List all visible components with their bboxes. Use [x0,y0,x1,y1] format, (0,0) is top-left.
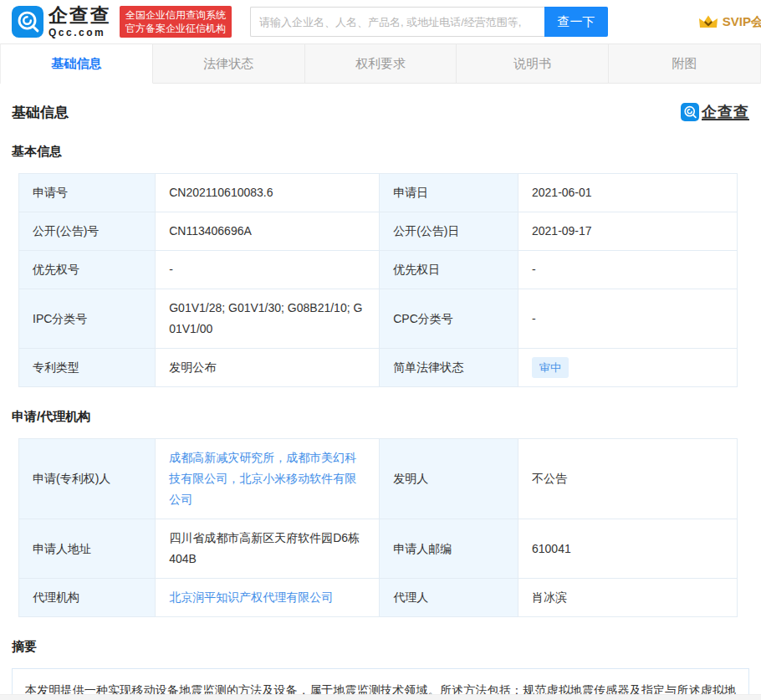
field-value: 2021-09-17 [518,212,737,251]
tab-drawings[interactable]: 附图 [609,44,760,84]
field-label: 申请日 [380,174,518,212]
page-title-row: 基础信息 企查查 [12,102,749,122]
table-row: 申请人地址 四川省成都市高新区天府软件园D6栋404B 申请人邮编 610041 [19,519,738,579]
section-title-agency: 申请/代理机构 [12,409,749,425]
field-value: 审中 [518,349,737,387]
tab-basic-info[interactable]: 基础信息 [1,44,153,84]
tab-specification[interactable]: 说明书 [457,44,609,84]
field-label: 代理人 [380,579,518,617]
table-row: 代理机构 北京润平知识产权代理有限公司 代理人 肖冰滨 [19,579,738,617]
qcc-watermark: 企查查 [681,102,749,122]
field-label: 申请号 [19,174,156,212]
separator: ， [227,472,239,485]
field-value: - [518,251,737,289]
field-value: 肖冰滨 [518,579,737,617]
field-value: 成都高新减灾研究所，成都市美幻科技有限公司，北京小米移动软件有限公司 [156,439,380,519]
field-value: CN202110610083.6 [156,174,380,212]
certification-badge-line2: 官方备案企业征信机构 [125,22,226,35]
field-label: 发明人 [380,439,518,519]
basic-info-table: 申请号 CN202110610083.6 申请日 2021-06-01 公开(公… [18,173,738,387]
field-label: 公开(公告)日 [380,212,518,251]
svip-link[interactable]: SVIP会员 [698,13,761,30]
search-group: 查一下 [250,7,608,37]
field-label: 申请人地址 [19,519,156,579]
field-label: CPC分类号 [380,289,518,349]
page-bottom-divider [0,694,761,700]
field-value: - [156,251,380,289]
tab-bar: 基础信息 法律状态 权利要求 说明书 附图 [0,43,761,84]
qcc-logo[interactable]: 企查查 Qcc.com [12,6,111,38]
field-value: 北京润平知识产权代理有限公司 [156,579,380,617]
certification-badge-line1: 全国企业信用查询系统 [125,8,226,22]
site-header: 企查查 Qcc.com 全国企业信用查询系统 官方备案企业征信机构 查一下 SV… [0,0,761,43]
status-badge: 审中 [532,357,569,378]
tab-legal-status[interactable]: 法律状态 [153,44,305,84]
qcc-logo-text: 企查查 Qcc.com [49,6,111,38]
tab-claims[interactable]: 权利要求 [305,44,457,84]
search-input[interactable] [250,7,544,37]
agent-org-link[interactable]: 北京润平知识产权代理有限公司 [169,590,333,604]
field-label: 优先权日 [380,251,518,289]
table-row: 公开(公告)号 CN113406696A 公开(公告)日 2021-09-17 [19,212,738,251]
logo-brand-en: Qcc.com [49,28,111,38]
field-label: 公开(公告)号 [19,212,156,251]
field-value: 发明公布 [156,349,380,387]
field-label: IPC分类号 [19,289,156,349]
table-row: 申请(专利权)人 成都高新减灾研究所，成都市美幻科技有限公司，北京小米移动软件有… [19,439,738,519]
field-value: 四川省成都市高新区天府软件园D6栋404B [156,519,380,579]
qcc-logo-icon [12,6,43,38]
page-title: 基础信息 [12,103,69,122]
logo-brand-cn: 企查查 [49,6,111,25]
field-value: CN113406696A [156,212,380,251]
section-title-basic-info: 基本信息 [12,144,749,160]
section-title-abstract: 摘要 [12,639,749,655]
crown-icon [698,13,718,30]
separator: ， [274,451,286,464]
svip-label: SVIP会员 [723,14,761,30]
field-label: 代理机构 [19,579,156,617]
table-row: 优先权号 - 优先权日 - [19,251,738,289]
field-value: - [518,289,737,349]
field-value: G01V1/28; G01V1/30; G08B21/10; G01V1/00 [156,289,380,349]
table-row: IPC分类号 G01V1/28; G01V1/30; G08B21/10; G0… [19,289,738,349]
field-label: 申请人邮编 [380,519,518,579]
applicant-link[interactable]: 成都高新减灾研究所 [169,451,274,464]
field-value: 不公告 [518,439,737,519]
table-row: 申请号 CN202110610083.6 申请日 2021-06-01 [19,174,738,212]
field-label: 简单法律状态 [380,349,518,387]
certification-badge: 全国企业信用查询系统 官方备案企业征信机构 [120,6,232,38]
qcc-watermark-icon [681,103,699,121]
field-value: 2021-06-01 [518,174,737,212]
field-label: 申请(专利权)人 [19,439,156,519]
field-value: 610041 [518,519,737,579]
field-label: 优先权号 [19,251,156,289]
main-content: 基础信息 企查查 基本信息 申请号 CN202110610083.6 申请日 2… [0,102,761,700]
table-row: 专利类型 发明公布 简单法律状态 审中 [19,349,738,387]
search-button[interactable]: 查一下 [544,7,608,37]
qcc-watermark-text: 企查查 [702,102,749,122]
field-label: 专利类型 [19,349,156,387]
agency-info-table: 申请(专利权)人 成都高新减灾研究所，成都市美幻科技有限公司，北京小米移动软件有… [18,438,738,617]
